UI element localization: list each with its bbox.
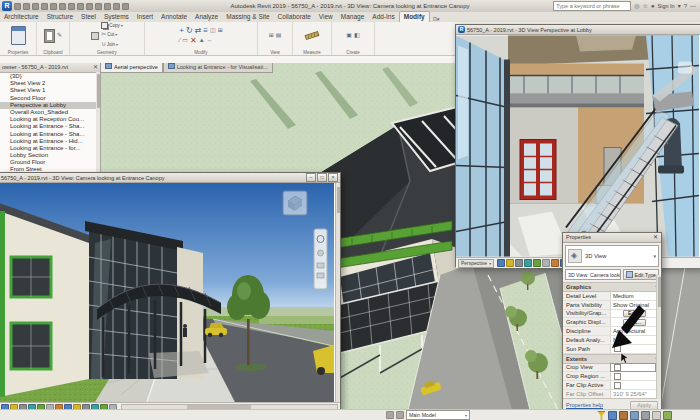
cut-tool[interactable]: ✂Cut▾ [101,30,123,39]
drag-elements-icon[interactable] [663,411,672,420]
join-tool[interactable]: ∪Join▾ [101,40,123,49]
visual-style-icon[interactable] [497,259,505,267]
property-row-discipline[interactable]: DisciplineArchitectural [563,327,661,336]
tab-analyze[interactable]: Analyze [191,12,222,22]
maximize-icon[interactable]: □ [317,173,327,182]
override-graphics-icon[interactable]: ▤ [276,31,282,40]
undo-icon[interactable] [32,3,39,10]
type-selector[interactable]: 3D View ▾ [565,245,659,267]
minimize-icon[interactable]: – [306,173,316,182]
edit-type-button[interactable]: Edit Type [623,269,659,280]
tag-icon[interactable] [77,3,84,10]
section-icon[interactable] [104,3,111,10]
tab-annotate[interactable]: Annotate [157,12,191,22]
view-tab-aerial-perspective[interactable]: Aerial perspective [100,63,163,73]
match-type-icon[interactable]: ✎ [57,31,62,40]
browser-item-sheet-view-2[interactable]: Sheet View 2 [0,80,100,87]
align-icon[interactable]: ≡ [203,26,208,35]
tab-view[interactable]: View [315,12,337,22]
browser-item-entrance-3[interactable]: Looking at Entrance - Hid... [0,138,100,145]
canopy-vertical-scrollbar[interactable] [335,183,340,402]
offset-icon[interactable]: ◫ [210,26,216,35]
project-browser-header[interactable]: owser - 56750_A - 2019.rvt ✕ [0,63,100,73]
design-options-icon[interactable] [396,411,404,419]
browser-item-sheet-view-1[interactable]: Sheet View 1 [0,87,100,94]
tab-modify[interactable]: Modify [399,11,430,22]
create-group-icon[interactable]: ▣ [346,31,352,40]
sync-icon[interactable] [113,3,120,10]
palette-scrollbar[interactable] [656,275,661,399]
chevron-down-icon[interactable]: ▾ [653,253,656,259]
section-graphics[interactable]: Graphics^ [563,282,661,292]
tab-structure[interactable]: Structure [43,12,77,22]
help-icon[interactable]: ? [684,2,687,10]
far-clip-active-checkbox[interactable] [614,382,621,389]
copy-tool[interactable]: Copy▾ [101,22,123,29]
delete-icon[interactable]: ✕ [190,36,197,45]
properties-palette-titlebar[interactable]: Properties ✕ [563,233,661,243]
crop-view-icon[interactable] [533,259,541,267]
property-row-graphic-display[interactable]: Graphic Displ...Edit... [563,318,661,327]
minimize-icon[interactable]: — [690,2,696,10]
tab-manage[interactable]: Manage [337,12,369,22]
browser-item-ground-floor[interactable]: Ground Floor [0,159,100,166]
sun-settings-icon[interactable] [506,259,514,267]
scale-control[interactable]: Perspective▾ [458,259,494,268]
application-menu-button[interactable]: R [2,1,12,11]
rendering-dialog-icon[interactable] [524,259,532,267]
sign-in-button[interactable]: Sign In [658,3,675,9]
save-icon[interactable] [23,3,30,10]
close-icon[interactable]: ✕ [653,233,658,242]
property-row-parts-visibility[interactable]: Parts VisibilityShow Original [563,301,661,310]
property-row-default-analysis[interactable]: Default Analy...None [563,336,661,345]
mirror-icon[interactable]: ⇄ [195,26,202,35]
scale-icon[interactable]: ↔ [207,36,213,45]
close-icon[interactable]: ✕ [93,63,98,72]
tab-collaborate[interactable]: Collaborate [274,12,315,22]
lobby-view-window[interactable]: R 56750_A - 2019.rvt - 3D View Perspecti… [455,24,700,267]
array-icon[interactable]: ⊞ [218,26,223,35]
edit-visibility-button[interactable]: Edit... [623,310,646,317]
infocenter-search-icon[interactable]: ◎ [634,2,639,10]
measure-icon[interactable] [59,3,66,10]
tab-steel[interactable]: Steel [77,12,100,22]
communication-center-icon[interactable]: ☆ [643,2,648,10]
canopy-view-window[interactable]: 56750_A - 2019.rvt - 3D View: Camera loo… [0,172,341,413]
edit-graphic-display-button[interactable]: Edit... [623,319,646,326]
tab-add-ins[interactable]: Add-Ins [368,12,398,22]
infocenter-search-input[interactable] [553,1,631,11]
canopy-window-titlebar[interactable]: 56750_A - 2019.rvt - 3D View: Camera loo… [0,173,340,183]
property-row-detail-level[interactable]: Detail LevelMedium [563,292,661,301]
browser-item-entrance-4[interactable]: Looking at Entrance - for... [0,145,100,152]
show-crop-region-icon[interactable] [542,259,550,267]
select-pinned-elements-icon[interactable] [641,411,650,420]
property-row-far-clip-active[interactable]: Far Clip Active [563,381,661,390]
browser-item-entrance-2[interactable]: Looking at Entrance - Sha... [0,131,100,138]
pin-icon[interactable]: ▲ [199,36,205,45]
browser-item-3d[interactable]: {3D} [0,73,100,80]
browser-item-reception[interactable]: Looking at Reception Cou... [0,116,100,123]
crop-view-checkbox[interactable] [614,364,621,371]
browser-item-second-floor[interactable]: Second Floor [0,95,100,102]
create-similar-icon[interactable]: ◧ [354,31,360,40]
sun-path-checkbox[interactable] [614,345,621,352]
property-row-crop-view[interactable]: Crop View [563,364,661,373]
properties-help-link[interactable]: Properties help [566,402,603,408]
split-icon[interactable]: ▭ [182,36,188,45]
3d-view-icon[interactable] [95,3,102,10]
text-icon[interactable] [86,3,93,10]
property-row-crop-region[interactable]: Crop Region ... [563,372,661,381]
select-elements-by-face-icon[interactable] [652,411,661,420]
close-icon[interactable]: × [328,173,338,182]
browser-item-overall-axon[interactable]: Overall Axon_Shaded [0,109,100,116]
print-icon[interactable] [50,3,57,10]
measure-icon[interactable] [305,31,320,40]
lobby-view-viewport[interactable] [456,35,700,257]
unlocked-view-icon[interactable] [551,259,559,267]
tab-massing-site[interactable]: Massing & Site [222,12,273,22]
rotate-icon[interactable]: ↻ [186,26,193,35]
view-tab-looking-at-entrance[interactable]: Looking at Entrance - for Visualisati... [163,63,273,73]
property-row-sun-path[interactable]: Sun Path [563,345,661,354]
paste-icon[interactable] [44,29,55,43]
worksets-icon[interactable] [386,411,394,419]
